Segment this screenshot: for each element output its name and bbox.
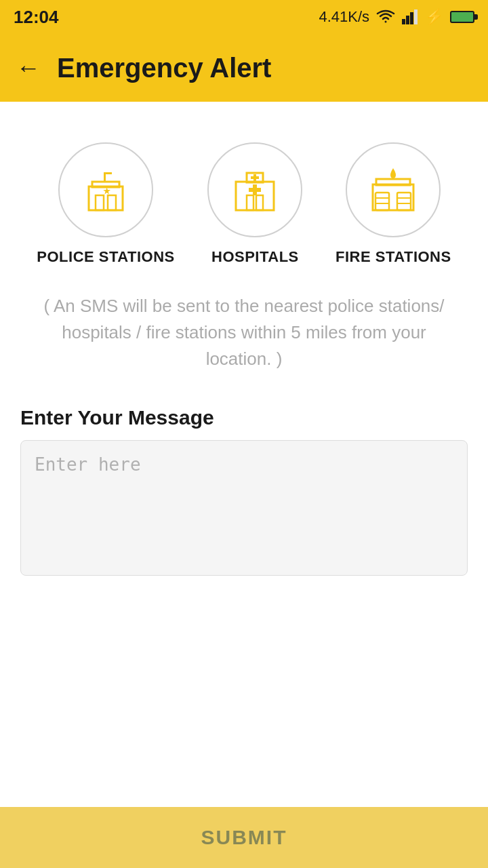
fire-label: FIRE STATIONS	[336, 248, 451, 266]
svg-text:★: ★	[103, 186, 110, 196]
fire-station-icon	[366, 163, 420, 217]
submit-button[interactable]: SUBMIT	[0, 807, 488, 868]
status-bar: 12:04 4.41K/s ⚡	[0, 0, 488, 34]
svg-rect-2	[410, 12, 413, 24]
wifi-icon	[376, 9, 395, 24]
services-row: ★ POLICE STATIONS	[20, 142, 468, 266]
network-speed: 4.41K/s	[319, 8, 369, 26]
svg-rect-26	[376, 179, 410, 185]
hospital-item[interactable]: HOSPITALS	[207, 142, 302, 266]
message-input[interactable]	[20, 440, 468, 576]
hospital-icon	[228, 163, 282, 217]
back-button[interactable]: ←	[16, 56, 41, 80]
police-station-item[interactable]: ★ POLICE STATIONS	[37, 142, 174, 266]
hospital-label: HOSPITALS	[211, 248, 299, 266]
status-icons: 4.41K/s ⚡	[319, 8, 474, 26]
svg-rect-3	[414, 9, 418, 24]
svg-rect-5	[96, 195, 104, 210]
police-circle: ★	[58, 142, 153, 237]
status-time: 12:04	[14, 7, 59, 28]
fire-station-item[interactable]: FIRE STATIONS	[336, 142, 451, 266]
svg-rect-9	[104, 172, 112, 174]
message-section: Enter Your Message	[20, 406, 468, 578]
police-station-icon: ★	[79, 163, 133, 217]
svg-rect-6	[108, 195, 116, 210]
svg-rect-18	[251, 176, 259, 179]
charging-icon: ⚡	[425, 8, 443, 26]
svg-rect-1	[406, 16, 409, 24]
svg-rect-0	[402, 19, 405, 24]
battery-icon	[450, 11, 474, 23]
message-label: Enter Your Message	[20, 406, 468, 429]
svg-rect-20	[375, 193, 389, 210]
info-text: ( An SMS will be sent to the nearest pol…	[20, 293, 468, 372]
svg-rect-16	[249, 188, 261, 192]
page-title: Emergency Alert	[57, 53, 271, 83]
svg-rect-13	[256, 195, 263, 210]
submit-footer: SUBMIT	[0, 807, 488, 868]
hospital-circle	[207, 142, 302, 237]
fire-circle	[346, 142, 441, 237]
app-header: ← Emergency Alert	[0, 34, 488, 102]
svg-rect-12	[247, 195, 253, 210]
main-content: ★ POLICE STATIONS	[0, 102, 488, 660]
svg-rect-21	[397, 193, 411, 210]
signal-icon	[402, 9, 418, 24]
police-label: POLICE STATIONS	[37, 248, 174, 266]
